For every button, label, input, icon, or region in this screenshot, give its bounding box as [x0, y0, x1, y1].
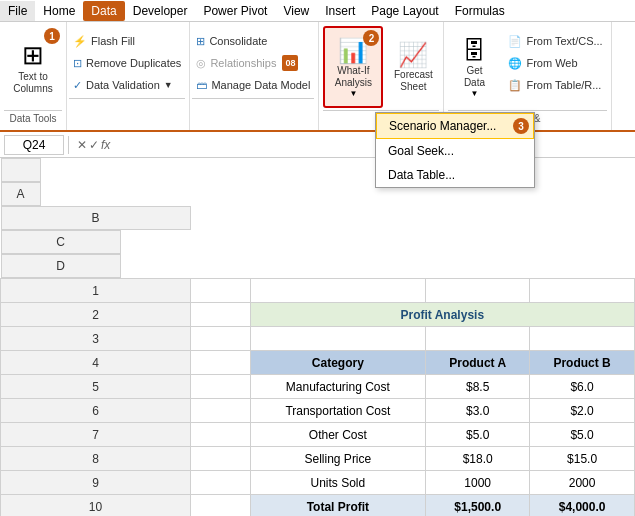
col-c-header: C: [1, 230, 121, 254]
cell-a3[interactable]: [191, 327, 251, 351]
cancel-formula-icon[interactable]: ✕: [77, 138, 87, 152]
cell-a7[interactable]: [191, 423, 251, 447]
cell-d3[interactable]: [530, 327, 635, 351]
consolidate-button[interactable]: ⊞ Consolidate: [192, 30, 314, 52]
cell-a10[interactable]: [191, 495, 251, 517]
cell-b1[interactable]: [250, 279, 426, 303]
row-num-8: 8: [1, 447, 191, 471]
table-row: 10 Total Profit $1,500.0 $4,000.0: [1, 495, 635, 517]
badge-08: 08: [282, 55, 298, 71]
row-num-4: 4: [1, 351, 191, 375]
cell-selling-b[interactable]: $15.0: [530, 447, 635, 471]
table-row: 3: [1, 327, 635, 351]
get-data-button[interactable]: 🗄 GetData ▼: [448, 26, 500, 108]
badge-3: 3: [513, 118, 529, 134]
spreadsheet: A B C D 1 2 Profit Analysis: [0, 158, 635, 516]
row-num-6: 6: [1, 399, 191, 423]
fx-icon[interactable]: fx: [101, 138, 110, 152]
from-web-button[interactable]: 🌐 From Web: [504, 52, 606, 74]
badge-2: 2: [363, 30, 379, 46]
header-category: Category: [250, 351, 426, 375]
data-table-item[interactable]: Data Table...: [376, 163, 534, 187]
cell-c3[interactable]: [426, 327, 530, 351]
confirm-formula-icon[interactable]: ✓: [89, 138, 99, 152]
cell-a4[interactable]: [191, 351, 251, 375]
cell-a2[interactable]: [191, 303, 251, 327]
what-if-label: What-IfAnalysis: [335, 65, 372, 89]
cell-total-b[interactable]: $4,000.0: [530, 495, 635, 517]
cell-mfg-cost[interactable]: Manufacturing Cost: [250, 375, 426, 399]
cell-a1[interactable]: [191, 279, 251, 303]
menu-view[interactable]: View: [275, 1, 317, 21]
menu-file[interactable]: File: [0, 1, 35, 21]
cell-selling-a[interactable]: $18.0: [426, 447, 530, 471]
relationships-icon: ◎: [196, 57, 206, 70]
cell-units-sold[interactable]: Units Sold: [250, 471, 426, 495]
cell-trans-cost[interactable]: Transportation Cost: [250, 399, 426, 423]
remove-duplicates-button[interactable]: ⊡ Remove Duplicates: [69, 52, 185, 74]
row-num-5: 5: [1, 375, 191, 399]
cell-a9[interactable]: [191, 471, 251, 495]
cell-c1[interactable]: [426, 279, 530, 303]
scenario-manager-item[interactable]: 3 Scenario Manager...: [376, 113, 534, 139]
cell-reference-input[interactable]: [4, 135, 64, 155]
cell-trans-a[interactable]: $3.0: [426, 399, 530, 423]
cell-a8[interactable]: [191, 447, 251, 471]
dropdown-arrow: ▼: [164, 80, 173, 90]
from-buttons: 📄 From Text/CS... 🌐 From Web 📋 From Tabl…: [504, 26, 606, 108]
flash-fill-button[interactable]: ⚡ Flash Fill: [69, 30, 185, 52]
menu-developer[interactable]: Developer: [125, 1, 196, 21]
data-tools-label: Data Tools: [4, 110, 62, 126]
from-text-button[interactable]: 📄 From Text/CS...: [504, 30, 606, 52]
goal-seek-item[interactable]: Goal Seek...: [376, 139, 534, 163]
row-num-9: 9: [1, 471, 191, 495]
text-columns-icon: ⊞: [22, 40, 44, 71]
header-product-a: Product A: [426, 351, 530, 375]
text-to-columns-label: Text toColumns: [13, 71, 52, 95]
cell-a6[interactable]: [191, 399, 251, 423]
what-if-analysis-button[interactable]: 2 📊 What-IfAnalysis ▼: [323, 26, 383, 108]
cell-units-a[interactable]: 1000: [426, 471, 530, 495]
menu-formulas[interactable]: Formulas: [447, 1, 513, 21]
data-tools-label2: [69, 98, 185, 103]
header-product-b: Product B: [530, 351, 635, 375]
cell-mfg-a[interactable]: $8.5: [426, 375, 530, 399]
cell-selling-price[interactable]: Selling Price: [250, 447, 426, 471]
manage-data-model-button[interactable]: 🗃 Manage Data Model: [192, 74, 314, 96]
data-val-icon: ✓: [73, 79, 82, 92]
remove-dup-icon: ⊡: [73, 57, 82, 70]
data-tools-small: ⚡ Flash Fill ⊡ Remove Duplicates ✓ Data …: [69, 26, 185, 96]
relationships-group: ⊞ Consolidate ◎ Relationships 08 🗃 Manag…: [192, 26, 314, 96]
text-to-columns-button[interactable]: 1 ⊞ Text toColumns: [4, 26, 62, 108]
cell-other-b[interactable]: $5.0: [530, 423, 635, 447]
menu-power-pivot[interactable]: Power Pivot: [195, 1, 275, 21]
menu-insert[interactable]: Insert: [317, 1, 363, 21]
cell-a5[interactable]: [191, 375, 251, 399]
cell-units-b[interactable]: 2000: [530, 471, 635, 495]
cell-trans-b[interactable]: $2.0: [530, 399, 635, 423]
menu-data[interactable]: Data: [83, 1, 124, 21]
table-row: 1: [1, 279, 635, 303]
cell-total-profit-label[interactable]: Total Profit: [250, 495, 426, 517]
forecast-label: ForecastSheet: [394, 69, 433, 93]
table-row: 9 Units Sold 1000 2000: [1, 471, 635, 495]
cell-d1[interactable]: [530, 279, 635, 303]
row-num-1: 1: [1, 279, 191, 303]
cell-b3[interactable]: [250, 327, 426, 351]
relationships-label: [192, 98, 314, 103]
cell-other-cost[interactable]: Other Cost: [250, 423, 426, 447]
col-d-header: D: [1, 254, 121, 278]
table-row: 8 Selling Price $18.0 $15.0: [1, 447, 635, 471]
cell-other-a[interactable]: $5.0: [426, 423, 530, 447]
row-num-3: 3: [1, 327, 191, 351]
forecast-icon: 📈: [398, 41, 428, 69]
cell-total-a[interactable]: $1,500.0: [426, 495, 530, 517]
menu-home[interactable]: Home: [35, 1, 83, 21]
from-table-button[interactable]: 📋 From Table/R...: [504, 74, 606, 96]
cell-mfg-b[interactable]: $6.0: [530, 375, 635, 399]
menu-bar: File Home Data Developer Power Pivot Vie…: [0, 0, 635, 22]
relationships-button[interactable]: ◎ Relationships 08: [192, 52, 314, 74]
forecast-sheet-button[interactable]: 📈 ForecastSheet: [387, 26, 439, 108]
menu-page-layout[interactable]: Page Layout: [363, 1, 446, 21]
data-validation-button[interactable]: ✓ Data Validation ▼: [69, 74, 185, 96]
